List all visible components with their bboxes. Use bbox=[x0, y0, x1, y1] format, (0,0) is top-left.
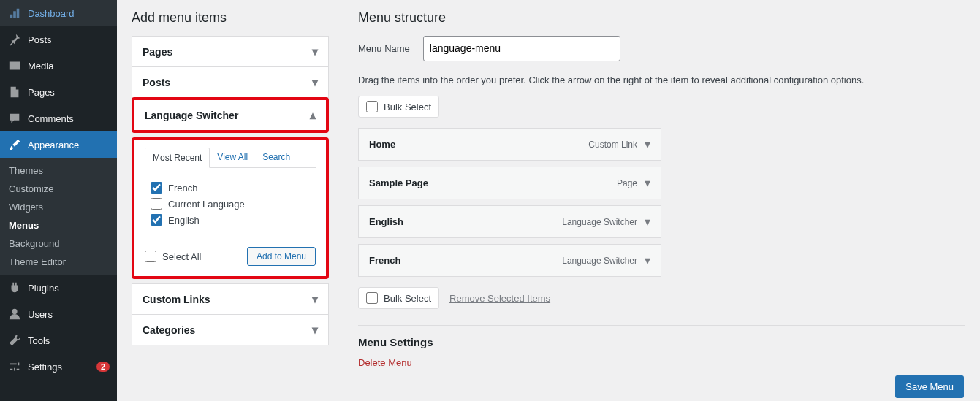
menu-item-home[interactable]: Home Custom Link ▾ bbox=[358, 128, 661, 161]
accordion-categories[interactable]: Categories ▾ bbox=[132, 315, 329, 345]
add-to-menu-button[interactable]: Add to Menu bbox=[247, 247, 316, 266]
accordion-label: Posts bbox=[143, 77, 170, 88]
checkbox-current-language[interactable] bbox=[151, 198, 162, 210]
submenu-theme-editor[interactable]: Theme Editor bbox=[0, 253, 117, 271]
caret-down-icon: ▾ bbox=[312, 75, 318, 89]
add-menu-items-column: Add menu items Pages ▾ Posts ▾ Language … bbox=[117, 0, 343, 401]
menu-item-english[interactable]: English Language Switcher ▾ bbox=[358, 205, 661, 238]
check-label: Current Language bbox=[168, 199, 245, 210]
checkbox-french[interactable] bbox=[151, 182, 162, 194]
accordion-language-switcher[interactable]: Language Switcher ▴ bbox=[132, 97, 329, 133]
accordion-posts[interactable]: Posts ▾ bbox=[132, 67, 329, 98]
checkbox-select-all[interactable] bbox=[145, 251, 156, 262]
comment-icon bbox=[7, 111, 22, 126]
add-items-title: Add menu items bbox=[132, 7, 329, 26]
accordion-header[interactable]: Custom Links ▾ bbox=[132, 284, 328, 314]
structure-title: Menu structure bbox=[358, 7, 965, 26]
caret-down-icon: ▾ bbox=[312, 45, 318, 58]
bulk-select-top: Bulk Select bbox=[358, 96, 965, 118]
accordion-header[interactable]: Categories ▾ bbox=[132, 315, 328, 345]
caret-down-icon: ▾ bbox=[312, 323, 318, 337]
menu-name-input[interactable] bbox=[423, 36, 620, 61]
submenu-widgets[interactable]: Widgets bbox=[0, 198, 117, 216]
select-all[interactable]: Select All bbox=[145, 248, 201, 264]
check-current-language[interactable]: Current Language bbox=[151, 196, 310, 212]
bulk-checkbox[interactable] bbox=[366, 101, 378, 112]
media-icon bbox=[7, 58, 22, 73]
sidebar-label: Comments bbox=[28, 113, 110, 124]
delete-menu-link[interactable]: Delete Menu bbox=[358, 357, 412, 368]
dashboard-icon bbox=[7, 6, 22, 20]
sidebar-item-plugins[interactable]: Plugins bbox=[0, 275, 117, 301]
sidebar-item-users[interactable]: Users bbox=[0, 301, 117, 327]
tab-view-all[interactable]: View All bbox=[210, 148, 255, 167]
remove-selected-link[interactable]: Remove Selected Items bbox=[449, 293, 550, 304]
plugin-icon bbox=[7, 280, 22, 295]
caret-down-icon[interactable]: ▾ bbox=[645, 137, 650, 151]
sidebar-item-comments[interactable]: Comments bbox=[0, 105, 117, 131]
sidebar-item-appearance[interactable]: Appearance bbox=[0, 131, 117, 158]
submenu-menus[interactable]: Menus bbox=[0, 216, 117, 234]
accordion-label: Categories bbox=[143, 324, 195, 336]
bulk-label: Bulk Select bbox=[384, 102, 431, 112]
accordion-header[interactable]: Pages ▾ bbox=[132, 37, 328, 66]
check-english[interactable]: English bbox=[151, 212, 310, 228]
caret-down-icon[interactable]: ▾ bbox=[645, 215, 650, 229]
caret-down-icon[interactable]: ▾ bbox=[645, 253, 650, 267]
sidebar-item-tools[interactable]: Tools bbox=[0, 327, 117, 354]
menu-structure-column: Menu structure Menu Name Drag the items … bbox=[343, 0, 980, 401]
accordion-header[interactable]: Posts ▾ bbox=[132, 67, 328, 97]
bulk-select[interactable]: Bulk Select bbox=[358, 287, 439, 309]
menu-item-french[interactable]: French Language Switcher ▾ bbox=[358, 244, 661, 277]
menu-item-title: English bbox=[369, 216, 562, 227]
sidebar-item-posts[interactable]: Posts bbox=[0, 26, 117, 53]
sidebar-item-dashboard[interactable]: Dashboard bbox=[0, 0, 117, 26]
tab-most-recent[interactable]: Most Recent bbox=[145, 148, 210, 168]
sidebar-label: Tools bbox=[28, 335, 110, 346]
check-label: French bbox=[168, 183, 197, 194]
submenu-themes[interactable]: Themes bbox=[0, 161, 117, 180]
caret-down-icon[interactable]: ▾ bbox=[645, 176, 650, 190]
accordion-label: Custom Links bbox=[143, 294, 210, 305]
menu-settings-title: Menu Settings bbox=[358, 325, 965, 348]
save-menu-button[interactable]: Save Menu bbox=[895, 375, 964, 398]
sidebar-label: Users bbox=[28, 309, 110, 320]
pin-icon bbox=[7, 32, 22, 47]
select-all-label: Select All bbox=[162, 251, 201, 262]
sidebar-label: Dashboard bbox=[28, 8, 110, 19]
accordion-custom-links[interactable]: Custom Links ▾ bbox=[132, 283, 329, 315]
sliders-icon bbox=[7, 359, 22, 374]
accordion-label: Pages bbox=[143, 46, 172, 58]
sidebar-item-media[interactable]: Media bbox=[0, 53, 117, 79]
checkbox-english[interactable] bbox=[151, 214, 162, 226]
accordion-label: Language Switcher bbox=[145, 110, 238, 121]
accordion-pages[interactable]: Pages ▾ bbox=[132, 36, 329, 67]
sidebar-label: Media bbox=[28, 61, 110, 72]
sidebar-label: Posts bbox=[28, 34, 110, 45]
menu-item-title: French bbox=[369, 255, 562, 266]
sidebar-item-settings[interactable]: Settings 2 bbox=[0, 354, 117, 380]
submenu-customize[interactable]: Customize bbox=[0, 180, 117, 198]
menu-item-title: Home bbox=[369, 139, 588, 150]
bulk-select-bottom: Bulk Select Remove Selected Items bbox=[358, 287, 965, 309]
settings-badge: 2 bbox=[96, 362, 110, 372]
tab-search[interactable]: Search bbox=[255, 148, 297, 167]
sidebar-label: Settings bbox=[28, 362, 94, 373]
check-french[interactable]: French bbox=[151, 180, 310, 196]
sidebar-item-pages[interactable]: Pages bbox=[0, 79, 117, 105]
bulk-select[interactable]: Bulk Select bbox=[358, 96, 439, 118]
bulk-checkbox[interactable] bbox=[366, 292, 378, 304]
menu-item-title: Sample Page bbox=[369, 177, 617, 188]
sidebar-submenu: Themes Customize Widgets Menus Backgroun… bbox=[0, 158, 117, 275]
menu-name-label: Menu Name bbox=[358, 43, 410, 54]
accordion-header[interactable]: Language Switcher ▴ bbox=[134, 100, 326, 130]
sidebar-label: Plugins bbox=[28, 283, 110, 294]
sidebar-label: Appearance bbox=[28, 140, 110, 150]
bulk-label: Bulk Select bbox=[384, 293, 431, 304]
sidebar-label: Pages bbox=[28, 87, 110, 98]
language-switcher-panel: Most Recent View All Search French Curre… bbox=[132, 137, 329, 279]
check-label: English bbox=[168, 215, 200, 226]
submenu-background[interactable]: Background bbox=[0, 234, 117, 253]
user-icon bbox=[7, 307, 22, 321]
menu-item-sample-page[interactable]: Sample Page Page ▾ bbox=[358, 167, 661, 199]
